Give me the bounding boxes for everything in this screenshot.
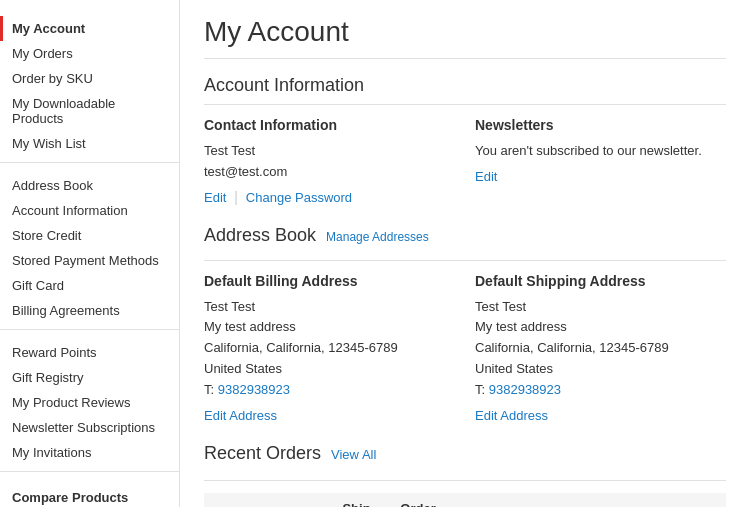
shipping-phone-link[interactable]: 9382938923 bbox=[489, 382, 561, 397]
sidebar-item-account-info[interactable]: Account Information bbox=[0, 198, 179, 223]
sidebar-item-downloadable[interactable]: My Downloadable Products bbox=[0, 91, 179, 131]
contact-email: test@test.com bbox=[204, 162, 455, 183]
shipping-address-col: Default Shipping Address Test Test My te… bbox=[475, 273, 726, 423]
billing-edit-actions: Edit Address bbox=[204, 407, 455, 423]
sidebar-section-account: My Account My Orders Order by SKU My Dow… bbox=[0, 10, 179, 163]
sidebar-item-billing-agreements[interactable]: Billing Agreements bbox=[0, 298, 179, 323]
col-date: Date bbox=[281, 493, 336, 507]
billing-phone: T: 9382938923 bbox=[204, 380, 455, 401]
view-all-orders-link[interactable]: View All bbox=[331, 447, 376, 462]
recent-orders-section: Recent Orders View All bbox=[204, 443, 726, 481]
sidebar-item-gift-card[interactable]: Gift Card bbox=[0, 273, 179, 298]
billing-address-col: Default Billing Address Test Test My tes… bbox=[204, 273, 455, 423]
sidebar-item-reward-points[interactable]: Reward Points bbox=[0, 340, 179, 365]
orders-header-row: Order # Date Ship To Order Total Status … bbox=[204, 493, 726, 507]
billing-address-title: Default Billing Address bbox=[204, 273, 455, 289]
sidebar-item-wish-list[interactable]: My Wish List bbox=[0, 131, 179, 156]
account-info-title: Account Information bbox=[204, 75, 726, 96]
sidebar-item-stored-payment[interactable]: Stored Payment Methods bbox=[0, 248, 179, 273]
action-divider: | bbox=[234, 189, 238, 205]
address-book-title: Address Book bbox=[204, 225, 316, 246]
billing-city-state-zip: California, California, 12345-6789 bbox=[204, 338, 455, 359]
billing-name: Test Test bbox=[204, 297, 455, 318]
newsletters-edit-link[interactable]: Edit bbox=[475, 169, 497, 184]
recent-orders-table: Order # Date Ship To Order Total Status … bbox=[204, 493, 726, 507]
contact-edit-link[interactable]: Edit bbox=[204, 190, 226, 205]
newsletters-actions: Edit bbox=[475, 168, 726, 184]
sidebar-item-my-account[interactable]: My Account bbox=[0, 16, 179, 41]
sidebar-item-address-book[interactable]: Address Book bbox=[0, 173, 179, 198]
recent-orders-header: Recent Orders View All bbox=[204, 443, 726, 472]
col-action: Action bbox=[528, 493, 726, 507]
col-status: Status bbox=[469, 493, 529, 507]
billing-address: My test address bbox=[204, 317, 455, 338]
shipping-edit-link[interactable]: Edit Address bbox=[475, 408, 548, 423]
contact-info-title: Contact Information bbox=[204, 117, 455, 133]
main-content: My Account Account Information Contact I… bbox=[180, 0, 750, 507]
col-ship-to: Ship To bbox=[336, 493, 394, 507]
billing-phone-link[interactable]: 9382938923 bbox=[218, 382, 290, 397]
sidebar-item-store-credit[interactable]: Store Credit bbox=[0, 223, 179, 248]
compare-title: Compare Products bbox=[12, 490, 167, 505]
sidebar-item-product-reviews[interactable]: My Product Reviews bbox=[0, 390, 179, 415]
address-book-header: Address Book Manage Addresses bbox=[204, 225, 726, 254]
col-order-num: Order # bbox=[204, 493, 281, 507]
billing-country: United States bbox=[204, 359, 455, 380]
shipping-address-title: Default Shipping Address bbox=[475, 273, 726, 289]
sidebar-section-account2: Address Book Account Information Store C… bbox=[0, 167, 179, 330]
billing-edit-link[interactable]: Edit Address bbox=[204, 408, 277, 423]
newsletters-col: Newsletters You aren't subscribed to our… bbox=[475, 117, 726, 205]
col-order-total: Order Total bbox=[394, 493, 468, 507]
sidebar-item-newsletter-subs[interactable]: Newsletter Subscriptions bbox=[0, 415, 179, 440]
address-book-section: Address Book Manage Addresses bbox=[204, 225, 726, 261]
shipping-country: United States bbox=[475, 359, 726, 380]
shipping-city-state-zip: California, California, 12345-6789 bbox=[475, 338, 726, 359]
shipping-name: Test Test bbox=[475, 297, 726, 318]
manage-addresses-link[interactable]: Manage Addresses bbox=[326, 230, 429, 244]
page-title: My Account bbox=[204, 16, 726, 59]
contact-name: Test Test bbox=[204, 141, 455, 162]
recent-orders-title: Recent Orders bbox=[204, 443, 321, 464]
sidebar-compare-section: Compare Products You have no items to co… bbox=[0, 476, 179, 507]
contact-actions: Edit | Change Password bbox=[204, 189, 455, 205]
shipping-address: My test address bbox=[475, 317, 726, 338]
contact-info-col: Contact Information Test Test test@test.… bbox=[204, 117, 455, 205]
address-columns: Default Billing Address Test Test My tes… bbox=[204, 273, 726, 423]
sidebar-section-rewards: Reward Points Gift Registry My Product R… bbox=[0, 334, 179, 472]
sidebar-item-gift-registry[interactable]: Gift Registry bbox=[0, 365, 179, 390]
newsletters-title: Newsletters bbox=[475, 117, 726, 133]
shipping-phone: T: 9382938923 bbox=[475, 380, 726, 401]
shipping-edit-actions: Edit Address bbox=[475, 407, 726, 423]
sidebar-item-my-orders[interactable]: My Orders bbox=[0, 41, 179, 66]
sidebar-item-my-invitations[interactable]: My Invitations bbox=[0, 440, 179, 465]
orders-table-head: Order # Date Ship To Order Total Status … bbox=[204, 493, 726, 507]
newsletters-text: You aren't subscribed to our newsletter. bbox=[475, 141, 726, 162]
sidebar: My Account My Orders Order by SKU My Dow… bbox=[0, 0, 180, 507]
account-info-columns: Contact Information Test Test test@test.… bbox=[204, 117, 726, 205]
compare-products-block: Compare Products You have no items to co… bbox=[0, 482, 179, 507]
account-info-section: Account Information bbox=[204, 75, 726, 105]
sidebar-item-order-by-sku[interactable]: Order by SKU bbox=[0, 66, 179, 91]
change-password-link[interactable]: Change Password bbox=[246, 190, 352, 205]
